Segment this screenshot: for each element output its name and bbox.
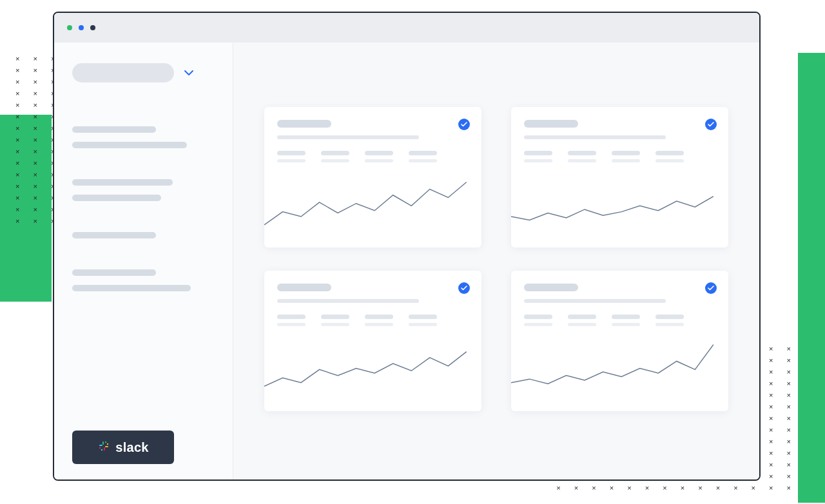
cards-grid — [264, 107, 728, 411]
card-stats-row — [524, 151, 715, 155]
card-subtitle-placeholder — [524, 135, 666, 139]
slack-integration-button[interactable]: slack — [72, 431, 174, 464]
nav-item[interactable] — [72, 232, 156, 238]
svg-point-6 — [107, 443, 108, 444]
check-badge-icon — [705, 282, 717, 294]
sparkline-chart — [264, 334, 467, 411]
metric-card[interactable] — [511, 107, 728, 247]
card-stats-row — [277, 323, 469, 326]
window-dot — [90, 25, 95, 30]
nav-group — [72, 179, 215, 210]
workspace-selector[interactable] — [72, 63, 215, 82]
card-subtitle-placeholder — [524, 299, 666, 303]
check-badge-icon — [705, 119, 717, 130]
browser-window: slack — [53, 12, 761, 481]
svg-rect-1 — [102, 441, 104, 445]
check-badge-icon — [458, 119, 470, 130]
svg-rect-0 — [99, 445, 102, 446]
slack-icon — [97, 440, 110, 456]
nav-item[interactable] — [72, 126, 156, 133]
main-content — [233, 43, 759, 480]
browser-chrome — [54, 13, 759, 43]
svg-point-5 — [105, 441, 106, 442]
card-stats-row — [524, 315, 715, 319]
metric-card[interactable] — [511, 271, 728, 411]
chevron-down-icon — [184, 67, 193, 79]
card-subtitle-placeholder — [277, 135, 419, 139]
sparkline-chart — [511, 334, 713, 411]
nav-group — [72, 232, 215, 247]
nav-item[interactable] — [72, 142, 187, 148]
card-title-placeholder — [277, 120, 331, 128]
card-title-placeholder — [277, 284, 331, 291]
svg-rect-3 — [104, 447, 105, 451]
nav-item[interactable] — [72, 269, 156, 276]
sparkline-chart — [511, 170, 713, 247]
svg-point-4 — [99, 447, 101, 448]
decorative-green-strip — [798, 53, 825, 503]
check-badge-icon — [458, 282, 470, 294]
metric-card[interactable] — [264, 271, 481, 411]
workspace-pill — [72, 63, 174, 82]
nav-item[interactable] — [72, 195, 161, 201]
nav-item[interactable] — [72, 285, 191, 291]
card-stats-row — [277, 315, 469, 319]
slack-label: slack — [115, 440, 149, 455]
card-stats-row — [524, 159, 715, 162]
sparkline-chart — [264, 170, 467, 247]
sidebar: slack — [54, 43, 233, 480]
svg-point-7 — [101, 449, 102, 450]
svg-rect-2 — [105, 446, 108, 447]
nav-group — [72, 126, 215, 157]
card-stats-row — [524, 323, 715, 326]
card-stats-row — [277, 159, 469, 162]
card-subtitle-placeholder — [277, 299, 419, 303]
card-title-placeholder — [524, 120, 578, 128]
window-dot — [79, 25, 84, 30]
window-dot — [67, 25, 72, 30]
metric-card[interactable] — [264, 107, 481, 247]
nav-group — [72, 269, 215, 300]
nav-item[interactable] — [72, 179, 173, 186]
card-stats-row — [277, 151, 469, 155]
card-title-placeholder — [524, 284, 578, 291]
